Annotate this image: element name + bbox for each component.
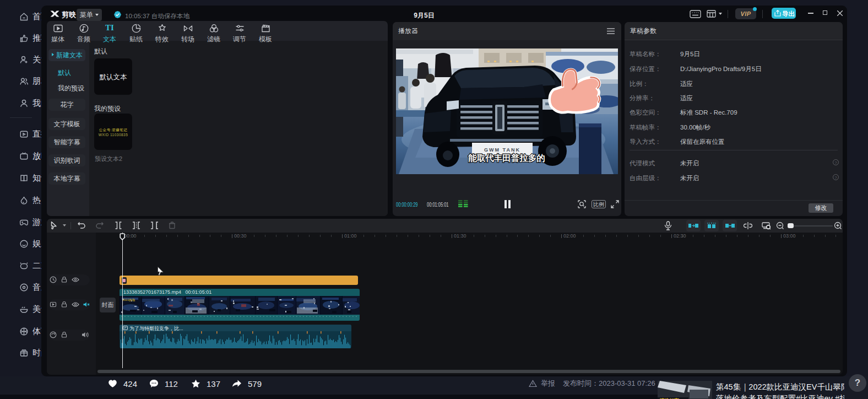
svg-text:能取代丰田普拉多的: 能取代丰田普拉多的 [468, 153, 545, 163]
svg-text:2022路咖: 2022路咖 [122, 298, 135, 301]
svg-text:GWM TANK: GWM TANK [484, 147, 520, 153]
